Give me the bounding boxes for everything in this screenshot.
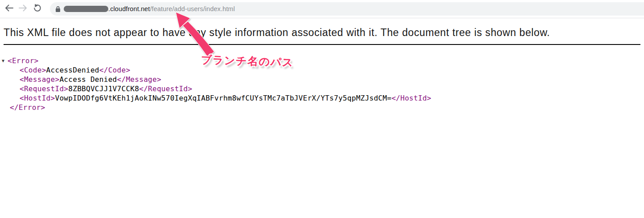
xml-root-open-tag: <Error> bbox=[8, 57, 39, 65]
xml-value: VowpIDODfg6VtKEh1jAokINw570IegXqIABFvrhm… bbox=[55, 94, 391, 102]
collapse-triangle-icon[interactable]: ▼ bbox=[2, 56, 8, 65]
xml-style-notice: This XML file does not appear to have an… bbox=[4, 26, 640, 39]
annotation-label: ブランチ名のパス bbox=[201, 52, 294, 70]
xml-value: Access Denied bbox=[59, 75, 117, 84]
xml-hostid-line: <HostId>VowpIDODfg6VtKEh1jAokINw570IegXq… bbox=[0, 93, 644, 103]
forward-button[interactable] bbox=[18, 3, 29, 15]
xml-message-line: <Message>Access Denied</Message> bbox=[0, 75, 644, 84]
xml-open-tag: <RequestId> bbox=[20, 85, 68, 93]
reload-icon bbox=[33, 4, 42, 14]
browser-toolbar: .cloudfront.net/feature/add-users/index.… bbox=[0, 0, 644, 18]
xml-value: AccessDenied bbox=[46, 66, 99, 74]
xml-root-close-line: </Error> bbox=[0, 103, 644, 112]
xml-viewer: This XML file does not appear to have an… bbox=[0, 26, 644, 112]
xml-root-open-line: ▼<Error> bbox=[0, 56, 644, 65]
url-path: /feature/add-users/index.html bbox=[150, 5, 235, 12]
xml-close-tag: </RequestId> bbox=[139, 85, 192, 93]
reload-button[interactable] bbox=[32, 3, 43, 15]
url-text: .cloudfront.net/feature/add-users/index.… bbox=[108, 5, 235, 12]
url-domain-suffix: .cloudfront.net bbox=[108, 5, 150, 12]
xml-code-line: <Code>AccessDenied</Code> bbox=[0, 65, 644, 75]
xml-open-tag: <Code> bbox=[20, 66, 46, 74]
xml-close-tag: </HostId> bbox=[391, 94, 431, 102]
xml-close-tag: </Message> bbox=[117, 75, 161, 84]
xml-requestid-line: <RequestId>8ZBBQVCJJ1V7CCK8</RequestId> bbox=[0, 84, 644, 93]
xml-open-tag: <Message> bbox=[20, 75, 59, 84]
xml-open-tag: <HostId> bbox=[20, 94, 55, 102]
forward-icon bbox=[18, 3, 28, 15]
address-bar[interactable]: .cloudfront.net/feature/add-users/index.… bbox=[50, 2, 644, 16]
xml-close-tag: </Code> bbox=[99, 66, 131, 74]
xml-value: 8ZBBQVCJJ1V7CCK8 bbox=[68, 85, 139, 93]
back-icon bbox=[4, 3, 14, 15]
xml-document-tree: ▼<Error> <Code>AccessDenied</Code> <Mess… bbox=[0, 56, 644, 112]
xml-root-close-tag: </Error> bbox=[10, 103, 45, 112]
notice-divider bbox=[4, 44, 640, 45]
lock-icon bbox=[55, 6, 61, 12]
back-button[interactable] bbox=[4, 3, 14, 15]
redacted-domain-blob bbox=[64, 6, 108, 12]
